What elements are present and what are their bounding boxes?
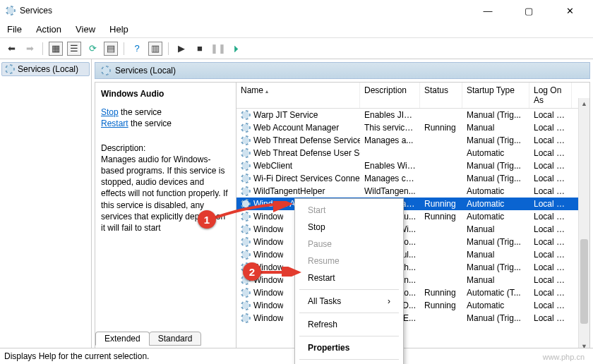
service-startup: Manual	[462, 224, 529, 234]
ctx-all-tasks[interactable]: All Tasks›	[295, 293, 403, 310]
service-row[interactable]: Windows auto...RunningAutomatic (T...Loc…	[236, 286, 589, 299]
service-status: Running	[420, 288, 462, 298]
scroll-thumb[interactable]	[580, 239, 588, 324]
service-row[interactable]: Windowndo...Manual (Trig...Local Syste..…	[236, 236, 589, 248]
service-name: Web Threat Defense User Se...	[253, 148, 360, 158]
menu-action[interactable]: Action	[36, 24, 61, 35]
service-logon: Local Servi...	[529, 262, 572, 272]
service-row[interactable]: Wi-Fi Direct Services Conne...Manages co…	[236, 172, 589, 185]
ctx-restart[interactable]: Restart	[295, 269, 403, 286]
service-row[interactable]: Web Threat Defense ServiceManages a...Ma…	[236, 134, 589, 147]
sort-indicator-icon: ▴	[265, 88, 268, 95]
service-name: Window	[253, 237, 283, 247]
stop-link[interactable]: Stop	[101, 107, 119, 117]
service-logon: Local Syste...	[529, 224, 572, 234]
service-logon: Local Servi...	[529, 199, 572, 209]
menu-help[interactable]: Help	[109, 24, 128, 35]
service-name: Web Threat Defense Service	[253, 135, 360, 145]
service-startup: Automatic	[462, 186, 529, 196]
gear-icon	[241, 237, 251, 247]
scrollbar[interactable]: ▲ ▼	[578, 98, 589, 352]
close-button[interactable]: ✕	[559, 6, 580, 16]
col-desc[interactable]: Description	[360, 83, 420, 108]
gear-icon	[101, 66, 111, 75]
service-startup: Manual (Trig...	[462, 237, 529, 247]
service-logon: Local Syste...	[529, 301, 572, 310]
context-menu: Start Stop Pause Resume Restart All Task…	[294, 198, 404, 364]
service-logon: Local Syste...	[529, 313, 572, 323]
service-row[interactable]: Windowws D...RunningAutomaticLocal Syste…	[236, 299, 589, 312]
service-desc: Enables JIT ...	[360, 110, 420, 120]
service-name: Web Account Manager	[253, 123, 339, 133]
service-desc: WildTangen...	[360, 186, 420, 196]
service-row[interactable]: Windowes Wi...ManualLocal Syste...	[236, 223, 589, 236]
service-name: Window	[253, 313, 283, 323]
separator	[124, 42, 124, 55]
view-tabs: Extended Standard	[95, 332, 200, 346]
service-row[interactable]: Windows mul...ManualLocal Servi...	[236, 248, 589, 261]
tab-standard[interactable]: Standard	[149, 332, 202, 346]
submenu-arrow-icon: ›	[388, 296, 390, 306]
service-startup: Automatic	[462, 212, 529, 222]
col-logon[interactable]: Log On As	[529, 83, 572, 108]
gear-icon	[241, 250, 251, 260]
gear-icon	[241, 161, 251, 171]
menu-file[interactable]: File	[7, 24, 22, 35]
minimize-button[interactable]: —	[477, 6, 498, 16]
detail-title: Windows Audio	[101, 88, 230, 99]
gear-icon	[241, 313, 251, 323]
service-logon: Local Servi...	[529, 110, 572, 120]
pause-icon[interactable]: ❚❚	[211, 42, 225, 56]
col-name[interactable]: Name ▴	[236, 83, 360, 108]
annotation-arrow-2	[259, 267, 303, 277]
maximize-button[interactable]: ▢	[518, 6, 539, 16]
ctx-pause: Pause	[295, 236, 403, 253]
forward-icon[interactable]: ➡	[23, 42, 37, 56]
help-icon[interactable]: ?	[130, 42, 144, 56]
refresh-icon[interactable]: ⟳	[85, 42, 100, 56]
back-icon[interactable]: ⬅	[4, 42, 18, 56]
gear-icon	[241, 110, 251, 120]
service-row[interactable]: WildTangentHelperWildTangen...AutomaticL…	[236, 185, 589, 198]
scroll-up-icon[interactable]: ▲	[579, 98, 589, 109]
menu-view[interactable]: View	[76, 24, 95, 35]
start-icon[interactable]: ▶	[174, 42, 188, 56]
col-startup[interactable]: Startup Type	[462, 83, 529, 108]
restart-suffix: the service	[128, 119, 172, 128]
service-startup: Automatic (T...	[462, 288, 529, 298]
content-header: Services (Local)	[95, 62, 590, 79]
toolbar: ⬅ ➡ ▦ ☰ ⟳ ▤ ? ▥ ▶ ■ ❚❚ ⏵	[0, 38, 593, 59]
properties-icon[interactable]: ☰	[67, 42, 81, 56]
export-icon[interactable]: ▤	[104, 42, 118, 56]
ctx-refresh[interactable]: Refresh	[295, 316, 403, 333]
ctx-stop[interactable]: Stop	[295, 219, 403, 236]
ctx-start: Start	[295, 202, 403, 219]
show-hide-tree-icon[interactable]: ▦	[49, 42, 63, 56]
tree-root-item[interactable]: Services (Local)	[1, 62, 90, 76]
ctx-properties[interactable]: Properties	[295, 339, 403, 356]
service-row[interactable]: WebClientEnables Win...Manual (Trig...Lo…	[236, 159, 589, 172]
separator	[42, 42, 43, 55]
restart-icon[interactable]: ⏵	[229, 42, 244, 56]
stop-icon[interactable]: ■	[193, 42, 207, 56]
service-logon: Local Servi...	[529, 161, 572, 171]
service-name: Window	[253, 250, 283, 260]
service-name: Window	[253, 301, 283, 310]
service-row[interactable]: Windowws E...Manual (Trig...Local Syste.…	[236, 312, 589, 324]
tab-extended[interactable]: Extended	[95, 332, 150, 346]
service-row[interactable]: Warp JIT ServiceEnables JIT ...Manual (T…	[236, 109, 589, 121]
col-status[interactable]: Status	[420, 83, 462, 108]
gear-icon	[241, 186, 251, 196]
service-startup: Manual	[462, 123, 529, 133]
prop-sheet-icon[interactable]: ▥	[148, 42, 162, 56]
service-startup: Manual	[462, 250, 529, 260]
service-row[interactable]: Web Threat Defense User Se...AutomaticLo…	[236, 147, 589, 159]
titlebar: Services — ▢ ✕	[0, 0, 593, 21]
restart-link[interactable]: Restart	[101, 119, 128, 128]
service-status: Running	[420, 212, 462, 222]
service-status: Running	[420, 123, 462, 133]
service-desc: Enables Win...	[360, 161, 420, 171]
service-row[interactable]: Web Account ManagerThis service ...Runni…	[236, 121, 589, 134]
service-status: Running	[420, 301, 462, 310]
service-startup: Manual	[462, 275, 529, 285]
